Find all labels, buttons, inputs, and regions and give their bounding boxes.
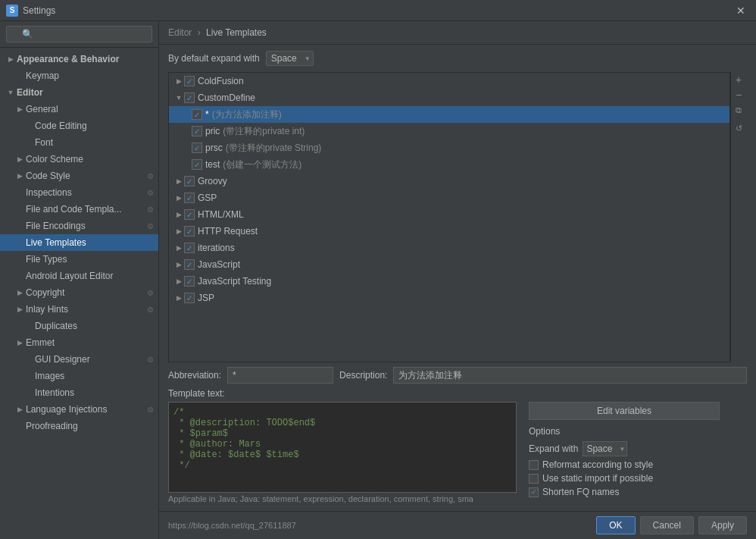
search-input[interactable] bbox=[6, 26, 152, 42]
item-checkbox[interactable] bbox=[192, 109, 202, 120]
item-desc: (带注释的private String) bbox=[226, 142, 322, 155]
sidebar-item-emmet[interactable]: Emmet bbox=[0, 334, 158, 351]
arrow-icon bbox=[15, 288, 24, 297]
template-group-coldfusion[interactable]: ColdFusion bbox=[169, 73, 729, 89]
sidebar-item-color-scheme[interactable]: Color Scheme bbox=[0, 151, 158, 168]
restore-button[interactable]: ↺ bbox=[731, 121, 746, 136]
template-group-jsp[interactable]: JSP bbox=[169, 290, 729, 306]
sidebar-item-gui-designer[interactable]: GUI Designer ⚙ bbox=[0, 351, 158, 368]
template-group-httprequest[interactable]: HTTP Request bbox=[169, 223, 729, 240]
template-item-pric[interactable]: pric (带注释的private int) bbox=[169, 123, 729, 139]
edit-variables-button[interactable]: Edit variables bbox=[529, 402, 720, 420]
sidebar-item-label: Editor bbox=[17, 87, 43, 98]
arrow-icon bbox=[15, 405, 24, 414]
template-item-prsc[interactable]: prsc (带注释的private String) bbox=[169, 139, 729, 156]
sidebar-item-editor[interactable]: Editor bbox=[0, 84, 158, 101]
group-checkbox[interactable] bbox=[184, 193, 195, 203]
reformat-checkbox[interactable] bbox=[529, 460, 539, 470]
sidebar: Appearance & Behavior Keymap Editor Gene… bbox=[0, 21, 159, 539]
sidebar-item-label: Code Style bbox=[26, 171, 70, 181]
group-arrow-icon bbox=[173, 226, 184, 237]
group-label: ColdFusion bbox=[198, 76, 244, 86]
arrow-icon bbox=[6, 88, 15, 97]
group-checkbox[interactable] bbox=[184, 92, 195, 103]
template-text-area[interactable]: /* * @description: TODO$end$ * $param$ *… bbox=[168, 402, 517, 493]
group-checkbox[interactable] bbox=[184, 293, 195, 303]
template-text-container: /* * @description: TODO$end$ * $param$ *… bbox=[168, 402, 517, 503]
arrow-icon bbox=[24, 371, 33, 381]
static-import-checkbox[interactable] bbox=[529, 474, 539, 484]
sidebar-item-inspections[interactable]: Inspections ⚙ bbox=[0, 184, 158, 201]
group-checkbox[interactable] bbox=[184, 176, 195, 186]
sidebar-item-font[interactable]: Font bbox=[0, 134, 158, 151]
sidebar-item-language-injections[interactable]: Language Injections ⚙ bbox=[0, 401, 158, 418]
copy-button[interactable]: ⧉ bbox=[731, 102, 746, 118]
sidebar-item-duplicates[interactable]: Duplicates bbox=[0, 318, 158, 334]
sidebar-item-code-style[interactable]: Code Style ⚙ bbox=[0, 168, 158, 184]
template-group-jstesting[interactable]: JavaScript Testing bbox=[169, 273, 729, 290]
sidebar-item-android-layout-editor[interactable]: Android Layout Editor bbox=[0, 268, 158, 284]
abbreviation-label: Abbreviation: bbox=[168, 370, 221, 381]
group-arrow-icon bbox=[173, 243, 184, 253]
sidebar-item-keymap[interactable]: Keymap bbox=[0, 67, 158, 84]
group-checkbox[interactable] bbox=[184, 243, 195, 253]
text-and-right: /* * @description: TODO$end$ * $param$ *… bbox=[168, 402, 720, 503]
sidebar-item-file-code-templates[interactable]: File and Code Templa... ⚙ bbox=[0, 201, 158, 218]
sidebar-item-appearance[interactable]: Appearance & Behavior bbox=[0, 51, 158, 67]
group-checkbox[interactable] bbox=[184, 76, 195, 86]
gear-icon: ⚙ bbox=[145, 404, 155, 415]
group-checkbox[interactable] bbox=[184, 276, 195, 287]
sidebar-item-inlay-hints[interactable]: Inlay Hints ⚙ bbox=[0, 301, 158, 318]
abbreviation-input[interactable] bbox=[227, 367, 333, 384]
template-item-test[interactable]: test (创建一个测试方法) bbox=[169, 156, 729, 173]
group-arrow-icon bbox=[173, 293, 184, 303]
template-item-star[interactable]: * (为方法添加注释) bbox=[169, 106, 729, 123]
search-box bbox=[0, 21, 158, 48]
side-buttons: + − ⧉ ↺ bbox=[730, 72, 747, 362]
sidebar-item-general[interactable]: General bbox=[0, 101, 158, 118]
cancel-button[interactable]: Cancel bbox=[640, 516, 694, 534]
sidebar-item-label: Color Scheme bbox=[26, 154, 83, 165]
sidebar-item-copyright[interactable]: Copyright ⚙ bbox=[0, 284, 158, 301]
add-button[interactable]: + bbox=[731, 72, 746, 87]
group-checkbox[interactable] bbox=[184, 259, 195, 270]
item-checkbox[interactable] bbox=[192, 126, 202, 136]
item-checkbox[interactable] bbox=[192, 159, 202, 170]
group-arrow-icon bbox=[173, 92, 184, 103]
sidebar-item-live-templates[interactable]: Live Templates bbox=[0, 234, 158, 251]
sidebar-item-code-editing[interactable]: Code Editing bbox=[0, 118, 158, 134]
sidebar-item-file-encodings[interactable]: File Encodings ⚙ bbox=[0, 218, 158, 234]
description-input[interactable] bbox=[393, 367, 747, 384]
template-group-javascript[interactable]: JavaScript bbox=[169, 256, 729, 273]
template-group-htmlxml[interactable]: HTML/XML bbox=[169, 206, 729, 223]
item-checkbox[interactable] bbox=[192, 143, 202, 153]
sidebar-item-intentions[interactable]: Intentions bbox=[0, 384, 158, 401]
group-checkbox[interactable] bbox=[184, 226, 195, 237]
sidebar-item-label: Font bbox=[35, 137, 53, 148]
applicable-text: Applicable in Java; Java: statement, exp… bbox=[168, 494, 517, 503]
group-label: GSP bbox=[198, 193, 217, 203]
apply-button[interactable]: Apply bbox=[698, 516, 747, 534]
sidebar-item-file-types[interactable]: File Types bbox=[0, 251, 158, 268]
ok-button[interactable]: OK bbox=[596, 516, 635, 534]
template-text-row: Template text: /* * @description: TODO$e… bbox=[168, 388, 747, 503]
template-group-groovy[interactable]: Groovy bbox=[169, 173, 729, 190]
template-group-customdefine[interactable]: CustomDefine bbox=[169, 89, 729, 106]
close-button[interactable]: ✕ bbox=[732, 3, 750, 18]
expand-with-select[interactable]: Space Tab Enter bbox=[583, 441, 627, 456]
group-checkbox[interactable] bbox=[184, 209, 195, 220]
sidebar-item-images[interactable]: Images bbox=[0, 368, 158, 384]
template-group-iterations[interactable]: iterations bbox=[169, 240, 729, 256]
sidebar-item-proofreading[interactable]: Proofreading bbox=[0, 418, 158, 434]
arrow-icon bbox=[15, 255, 24, 264]
shorten-checkbox[interactable] bbox=[529, 487, 539, 497]
static-import-label: Use static import if possible bbox=[542, 473, 653, 484]
template-group-gsp[interactable]: GSP bbox=[169, 190, 729, 206]
item-desc: (带注释的private int) bbox=[223, 125, 305, 138]
group-label: JavaScript bbox=[198, 259, 240, 270]
expand-select[interactable]: Space Tab Enter bbox=[266, 51, 314, 66]
sidebar-item-label: Code Editing bbox=[35, 121, 87, 131]
remove-button[interactable]: − bbox=[731, 87, 746, 102]
arrow-icon bbox=[15, 71, 24, 80]
group-label: CustomDefine bbox=[198, 92, 255, 103]
